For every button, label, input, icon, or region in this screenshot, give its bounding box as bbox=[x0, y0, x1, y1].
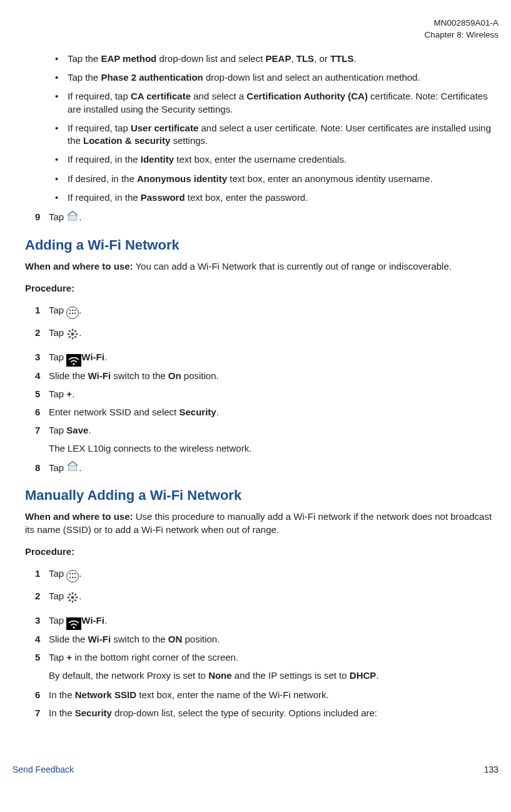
step-number: 1 bbox=[35, 303, 49, 317]
step-number: 4 bbox=[35, 369, 49, 382]
svg-point-12 bbox=[71, 596, 74, 599]
procedure-step: 5Tap + in the bottom right corner of the… bbox=[35, 651, 498, 664]
step-text: Tap Save. bbox=[49, 424, 498, 437]
svg-point-1 bbox=[71, 332, 74, 335]
page-number: 133 bbox=[484, 764, 498, 774]
bullet-item: •Tap the Phase 2 authentication drop-dow… bbox=[55, 71, 498, 84]
wifi-icon bbox=[66, 354, 81, 367]
settings-icon bbox=[66, 326, 79, 342]
step-text: Tap . bbox=[49, 589, 498, 605]
step-text: Slide the Wi-Fi switch to the On positio… bbox=[49, 369, 498, 382]
procedure-step: 3Tap Wi-Fi. bbox=[35, 350, 498, 364]
step-text: Tap . bbox=[49, 461, 498, 475]
procedure-step: 6In the Network SSID text box, enter the… bbox=[35, 688, 498, 701]
svg-line-7 bbox=[75, 336, 77, 338]
step-number: 6 bbox=[35, 405, 49, 419]
svg-line-18 bbox=[75, 600, 77, 602]
procedure-label: Procedure: bbox=[25, 282, 498, 295]
step-text: Tap . bbox=[49, 210, 498, 225]
svg-line-20 bbox=[75, 594, 77, 596]
procedure-step: 7In the Security drop-down list, select … bbox=[35, 706, 498, 719]
procedure-step: 7Tap Save. bbox=[35, 424, 498, 437]
step-number: 2 bbox=[35, 326, 49, 339]
procedure-step: 8Tap . bbox=[35, 461, 498, 475]
step-number: 6 bbox=[35, 688, 49, 701]
svg-rect-11 bbox=[69, 465, 77, 470]
svg-line-6 bbox=[69, 330, 71, 332]
step-number: 8 bbox=[35, 461, 49, 474]
svg-rect-0 bbox=[69, 215, 77, 220]
step-text: Tap +. bbox=[49, 387, 498, 400]
svg-point-21 bbox=[73, 627, 75, 629]
step-number: 3 bbox=[35, 350, 49, 363]
section-heading: Manually Adding a Wi-Fi Network bbox=[25, 487, 498, 504]
step-text: Tap Wi-Fi. bbox=[49, 350, 498, 364]
bullet-item: •If required, tap User certificate and s… bbox=[55, 122, 498, 148]
step-text: Enter network SSID and select Security. bbox=[49, 405, 498, 419]
settings-icon bbox=[66, 589, 79, 605]
apps-icon bbox=[66, 570, 79, 582]
step-text: Tap . bbox=[49, 303, 498, 317]
svg-line-19 bbox=[69, 600, 71, 602]
step-text: Tap + in the bottom right corner of the … bbox=[49, 651, 498, 664]
bullet-item: •If desired, in the Anonymous identity t… bbox=[55, 173, 498, 185]
step-text: In the Security drop-down list, select t… bbox=[49, 706, 498, 719]
step-number: 5 bbox=[35, 651, 49, 664]
svg-line-9 bbox=[75, 330, 77, 332]
procedure-step: 2Tap . bbox=[35, 589, 498, 605]
procedure-step: 4Slide the Wi-Fi switch to the ON positi… bbox=[35, 632, 498, 646]
step-number: 5 bbox=[35, 387, 49, 400]
home-icon bbox=[66, 462, 79, 475]
step-number: 9 bbox=[35, 210, 49, 223]
step-text: Tap . bbox=[49, 567, 498, 581]
apps-icon bbox=[66, 307, 79, 319]
step-number: 2 bbox=[35, 589, 49, 602]
bullet-item: •If required, in the Identity text box, … bbox=[55, 153, 498, 166]
page-header: MN002859A01-A Chapter 8: Wireless bbox=[13, 18, 498, 41]
svg-line-8 bbox=[69, 336, 71, 338]
procedure-step: 1Tap . bbox=[35, 567, 498, 581]
procedure-step: 2Tap . bbox=[35, 326, 498, 342]
procedure-step: 4Slide the Wi-Fi switch to the On positi… bbox=[35, 369, 498, 382]
procedure-step: 3Tap Wi-Fi. bbox=[35, 614, 498, 627]
doc-id: MN002859A01-A bbox=[13, 18, 498, 29]
bullet-item: •Tap the EAP method drop-down list and s… bbox=[55, 53, 498, 65]
step-sub-text: The LEX L10ig connects to the wireless n… bbox=[49, 442, 498, 455]
send-feedback-link[interactable]: Send Feedback bbox=[13, 764, 74, 774]
step-text: In the Network SSID text box, enter the … bbox=[49, 688, 498, 701]
step-number: 3 bbox=[35, 614, 49, 627]
step-text: Tap Wi-Fi. bbox=[49, 614, 498, 627]
wifi-icon bbox=[66, 617, 81, 630]
step-text: Slide the Wi-Fi switch to the ON positio… bbox=[49, 632, 498, 646]
step-text: Tap . bbox=[49, 326, 498, 342]
section-heading: Adding a Wi-Fi Network bbox=[25, 237, 498, 253]
step-number: 7 bbox=[35, 424, 49, 437]
procedure-label: Procedure: bbox=[25, 545, 498, 558]
bullet-item: •If required, tap CA certificate and sel… bbox=[55, 90, 498, 116]
when-where: When and where to use: Use this procedur… bbox=[25, 510, 498, 536]
when-where: When and where to use: You can add a Wi-… bbox=[25, 260, 498, 273]
home-icon bbox=[66, 211, 79, 225]
procedure-step: 5Tap +. bbox=[35, 387, 498, 400]
step-number: 1 bbox=[35, 567, 49, 580]
chapter-label: Chapter 8: Wireless bbox=[13, 29, 498, 41]
procedure-step: 6Enter network SSID and select Security. bbox=[35, 405, 498, 419]
step-number: 4 bbox=[35, 632, 49, 646]
bullet-list: •Tap the EAP method drop-down list and s… bbox=[13, 53, 498, 204]
bullet-item: •If required, in the Password text box, … bbox=[55, 191, 498, 204]
step-sub-text: By default, the network Proxy is set to … bbox=[49, 669, 498, 682]
svg-point-10 bbox=[73, 363, 75, 365]
procedure-step: 1Tap . bbox=[35, 303, 498, 317]
step-number: 7 bbox=[35, 706, 49, 719]
svg-line-17 bbox=[69, 594, 71, 596]
